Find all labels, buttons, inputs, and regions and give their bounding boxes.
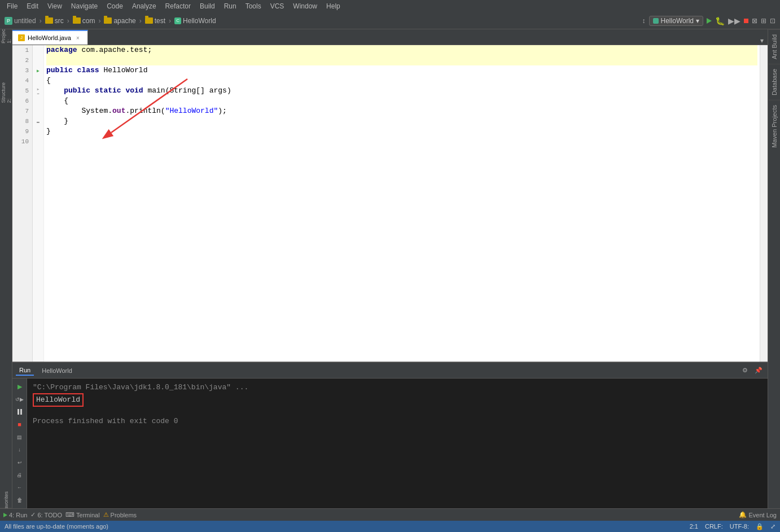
breadcrumb-project: untitled	[14, 17, 36, 25]
debug-button[interactable]: 🐛	[715, 16, 725, 25]
run-resume-btn[interactable]: ▶	[14, 381, 26, 392]
gutter-5[interactable]: ▶ ▬	[33, 86, 43, 96]
sidebar-tab-maven[interactable]: Maven Projects	[769, 100, 780, 152]
run-filter-btn[interactable]: ▤	[14, 432, 26, 443]
run-tab-run[interactable]: Run	[16, 366, 34, 376]
run-config-icon	[653, 18, 659, 24]
bottom-todo-label: 6: TODO	[37, 512, 62, 518]
todo-icon: ✓	[30, 511, 36, 518]
tab-bar-scroll[interactable]: ▾	[756, 37, 768, 45]
run-pause-btn[interactable]	[14, 406, 26, 417]
editor-tab-helloworld[interactable]: J HelloWorld.java ×	[12, 30, 88, 45]
problems-icon: ⚠	[103, 511, 109, 518]
title-bar: P untitled › src › com › apache › test ›…	[0, 12, 780, 29]
folder-test-icon	[145, 17, 153, 24]
run-back-btn[interactable]: ←	[14, 482, 26, 493]
menu-run[interactable]: Run	[220, 1, 241, 11]
run-scroll-end-btn[interactable]: ↓	[14, 444, 26, 455]
run-trash-btn[interactable]: 🗑	[14, 495, 26, 506]
gutter-8: ▬	[33, 116, 43, 126]
line-numbers: 1 2 3 4 5 6 7 8 9 10	[12, 45, 33, 362]
run-output-line-4: Process finished with exit code 0	[33, 416, 762, 427]
menu-code[interactable]: Code	[102, 1, 128, 11]
code-editor[interactable]: 1 2 3 4 5 6 7 8 9 10 ▶ ▶ ▬	[12, 45, 768, 362]
run-wrap-btn[interactable]: ↩	[14, 456, 26, 468]
run-tab-name[interactable]: HelloWorld	[38, 366, 76, 375]
code-line-2	[46, 55, 757, 65]
event-log-icon: 🔔	[739, 511, 747, 518]
run-coverage-button[interactable]: ▶▶	[728, 16, 740, 25]
gutter-3[interactable]: ▶	[33, 65, 43, 76]
menu-help[interactable]: Help	[322, 1, 345, 11]
breadcrumb-src: src	[55, 17, 64, 25]
menu-view[interactable]: View	[43, 1, 67, 11]
run-stop-rerun-btn[interactable]: ↺▶	[14, 393, 26, 405]
run-button[interactable]	[707, 18, 712, 24]
menu-tools[interactable]: Tools	[241, 1, 266, 11]
title-bar-right: ↕ HelloWorld ▾ 🐛 ▶▶ ⊠ ⊞ ⊡	[642, 16, 775, 26]
run-output-line-3	[33, 405, 762, 416]
terminal-icon: ⌨	[65, 511, 75, 518]
menu-bar: File Edit View Navigate Code Analyze Ref…	[0, 0, 780, 12]
run-config-selector[interactable]: HelloWorld ▾	[649, 16, 703, 26]
menu-build[interactable]: Build	[195, 1, 220, 11]
frame-button[interactable]: ⊡	[770, 17, 775, 25]
status-crlf: CRLF:	[705, 523, 723, 530]
breadcrumb-apache: apache	[113, 17, 135, 25]
menu-file[interactable]: File	[2, 1, 22, 11]
code-line-6: {	[46, 96, 757, 106]
run-print-btn[interactable]: 🖨	[14, 469, 26, 481]
bottom-terminal-btn[interactable]: ⌨ Terminal	[65, 511, 100, 518]
status-expand-icon[interactable]: ⤢	[770, 523, 775, 530]
breakpoints-button[interactable]: ⊠	[752, 17, 757, 25]
stop-button[interactable]	[744, 19, 748, 23]
project-icon: P	[5, 17, 12, 25]
event-log-label: Event Log	[748, 512, 777, 518]
gutter-2	[33, 55, 43, 65]
code-line-5: public static void main(String[] args)	[46, 86, 757, 96]
gutter-7	[33, 106, 43, 116]
settings-icon[interactable]: ⚙	[739, 365, 751, 376]
event-log-btn[interactable]: 🔔 Event Log	[739, 511, 777, 518]
code-line-9: }	[46, 126, 757, 137]
run-stop-btn[interactable]: ■	[14, 419, 26, 430]
line-num-5: 5	[12, 86, 32, 96]
code-line-4: {	[46, 76, 757, 86]
sidebar-project-btn[interactable]: 1: Project	[0, 29, 12, 42]
menu-vcs[interactable]: VCS	[266, 1, 289, 11]
run-config-name: HelloWorld	[661, 17, 694, 25]
favorites-section: Favorites	[0, 496, 12, 508]
gutter-10	[33, 137, 43, 147]
bottom-problems-btn[interactable]: ⚠ Problems	[103, 511, 137, 518]
menu-edit[interactable]: Edit	[22, 1, 43, 11]
left-sidebar: 1: Project 2: Structure Favorites	[0, 29, 12, 508]
breadcrumb-com: com	[82, 17, 95, 25]
sidebar-tab-ant-build[interactable]: Ant Build	[769, 29, 780, 64]
main-layout: 1: Project 2: Structure Favorites J Hell…	[0, 29, 780, 508]
status-encoding: UTF-8:	[730, 523, 749, 530]
breadcrumb-class: HelloWorld	[183, 17, 216, 25]
tab-close-btn[interactable]: ×	[74, 34, 82, 42]
line-num-10: 10	[12, 137, 32, 147]
code-line-3: public class HelloWorld	[46, 65, 757, 76]
favorites-btn[interactable]: Favorites	[0, 496, 12, 508]
pin-icon[interactable]: 📌	[753, 365, 764, 376]
code-line-7: System.out.println("HelloWorld");	[46, 106, 757, 116]
bottom-run-btn[interactable]: 4: Run	[3, 512, 27, 518]
gutter-9	[33, 126, 43, 137]
sidebar-structure-btn[interactable]: 2: Structure	[0, 87, 12, 99]
menu-refactor[interactable]: Refactor	[161, 1, 195, 11]
editor-scrollbar[interactable]	[760, 45, 768, 362]
gutter-1	[33, 45, 43, 55]
sort-icon[interactable]: ↕	[642, 17, 646, 25]
menu-analyze[interactable]: Analyze	[128, 1, 161, 11]
code-content[interactable]: package com.apache.test; public class He…	[44, 45, 760, 362]
code-line-8: }	[46, 116, 757, 126]
menu-navigate[interactable]: Navigate	[67, 1, 102, 11]
bottom-todo-btn[interactable]: ✓ 6: TODO	[30, 511, 62, 518]
sidebar-tab-database[interactable]: Database	[769, 64, 780, 100]
right-sidebar: Ant Build Database Maven Projects	[768, 29, 780, 508]
menu-window[interactable]: Window	[288, 1, 322, 11]
bottom-status-left: 4: Run ✓ 6: TODO ⌨ Terminal ⚠ Problems	[3, 511, 137, 518]
grid-button[interactable]: ⊞	[761, 17, 766, 25]
